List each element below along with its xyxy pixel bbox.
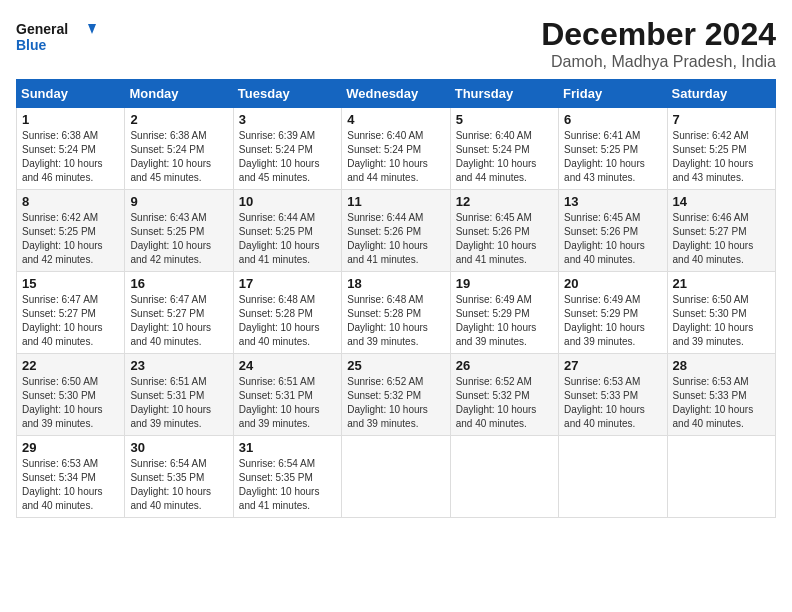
day-detail: Sunrise: 6:38 AMSunset: 5:24 PMDaylight:…: [22, 129, 119, 185]
table-row: 28Sunrise: 6:53 AMSunset: 5:33 PMDayligh…: [667, 354, 775, 436]
table-row: 8Sunrise: 6:42 AMSunset: 5:25 PMDaylight…: [17, 190, 125, 272]
table-row: 5Sunrise: 6:40 AMSunset: 5:24 PMDaylight…: [450, 108, 558, 190]
day-detail: Sunrise: 6:44 AMSunset: 5:26 PMDaylight:…: [347, 211, 444, 267]
calendar-row-5: 29Sunrise: 6:53 AMSunset: 5:34 PMDayligh…: [17, 436, 776, 518]
day-detail: Sunrise: 6:48 AMSunset: 5:28 PMDaylight:…: [239, 293, 336, 349]
table-row: 6Sunrise: 6:41 AMSunset: 5:25 PMDaylight…: [559, 108, 667, 190]
day-number: 27: [564, 358, 661, 373]
day-number: 16: [130, 276, 227, 291]
day-number: 30: [130, 440, 227, 455]
day-detail: Sunrise: 6:53 AMSunset: 5:33 PMDaylight:…: [673, 375, 770, 431]
day-number: 6: [564, 112, 661, 127]
col-wednesday: Wednesday: [342, 80, 450, 108]
day-number: 29: [22, 440, 119, 455]
day-detail: Sunrise: 6:39 AMSunset: 5:24 PMDaylight:…: [239, 129, 336, 185]
svg-text:Blue: Blue: [16, 37, 47, 53]
day-detail: Sunrise: 6:50 AMSunset: 5:30 PMDaylight:…: [673, 293, 770, 349]
day-number: 7: [673, 112, 770, 127]
table-row: 29Sunrise: 6:53 AMSunset: 5:34 PMDayligh…: [17, 436, 125, 518]
table-row: 31Sunrise: 6:54 AMSunset: 5:35 PMDayligh…: [233, 436, 341, 518]
table-row: 27Sunrise: 6:53 AMSunset: 5:33 PMDayligh…: [559, 354, 667, 436]
col-thursday: Thursday: [450, 80, 558, 108]
day-number: 8: [22, 194, 119, 209]
day-detail: Sunrise: 6:45 AMSunset: 5:26 PMDaylight:…: [456, 211, 553, 267]
table-row: 1Sunrise: 6:38 AMSunset: 5:24 PMDaylight…: [17, 108, 125, 190]
col-monday: Monday: [125, 80, 233, 108]
calendar-table: Sunday Monday Tuesday Wednesday Thursday…: [16, 79, 776, 518]
day-number: 22: [22, 358, 119, 373]
day-number: 11: [347, 194, 444, 209]
day-number: 2: [130, 112, 227, 127]
day-detail: Sunrise: 6:43 AMSunset: 5:25 PMDaylight:…: [130, 211, 227, 267]
table-row: 14Sunrise: 6:46 AMSunset: 5:27 PMDayligh…: [667, 190, 775, 272]
day-number: 26: [456, 358, 553, 373]
table-row: 4Sunrise: 6:40 AMSunset: 5:24 PMDaylight…: [342, 108, 450, 190]
day-number: 28: [673, 358, 770, 373]
calendar-row-4: 22Sunrise: 6:50 AMSunset: 5:30 PMDayligh…: [17, 354, 776, 436]
day-number: 19: [456, 276, 553, 291]
table-row: 21Sunrise: 6:50 AMSunset: 5:30 PMDayligh…: [667, 272, 775, 354]
calendar-row-1: 1Sunrise: 6:38 AMSunset: 5:24 PMDaylight…: [17, 108, 776, 190]
table-row: 25Sunrise: 6:52 AMSunset: 5:32 PMDayligh…: [342, 354, 450, 436]
day-number: 3: [239, 112, 336, 127]
calendar-row-2: 8Sunrise: 6:42 AMSunset: 5:25 PMDaylight…: [17, 190, 776, 272]
day-number: 24: [239, 358, 336, 373]
day-number: 20: [564, 276, 661, 291]
day-number: 15: [22, 276, 119, 291]
day-detail: Sunrise: 6:46 AMSunset: 5:27 PMDaylight:…: [673, 211, 770, 267]
day-detail: Sunrise: 6:49 AMSunset: 5:29 PMDaylight:…: [456, 293, 553, 349]
day-number: 4: [347, 112, 444, 127]
day-number: 17: [239, 276, 336, 291]
table-row: 26Sunrise: 6:52 AMSunset: 5:32 PMDayligh…: [450, 354, 558, 436]
table-row: [342, 436, 450, 518]
col-sunday: Sunday: [17, 80, 125, 108]
page-header: General Blue December 2024 Damoh, Madhya…: [16, 16, 776, 71]
day-detail: Sunrise: 6:52 AMSunset: 5:32 PMDaylight:…: [347, 375, 444, 431]
day-detail: Sunrise: 6:38 AMSunset: 5:24 PMDaylight:…: [130, 129, 227, 185]
day-number: 12: [456, 194, 553, 209]
logo: General Blue: [16, 16, 96, 56]
table-row: 30Sunrise: 6:54 AMSunset: 5:35 PMDayligh…: [125, 436, 233, 518]
table-row: 10Sunrise: 6:44 AMSunset: 5:25 PMDayligh…: [233, 190, 341, 272]
day-detail: Sunrise: 6:51 AMSunset: 5:31 PMDaylight:…: [130, 375, 227, 431]
day-detail: Sunrise: 6:41 AMSunset: 5:25 PMDaylight:…: [564, 129, 661, 185]
day-detail: Sunrise: 6:49 AMSunset: 5:29 PMDaylight:…: [564, 293, 661, 349]
day-number: 14: [673, 194, 770, 209]
table-row: 22Sunrise: 6:50 AMSunset: 5:30 PMDayligh…: [17, 354, 125, 436]
table-row: 7Sunrise: 6:42 AMSunset: 5:25 PMDaylight…: [667, 108, 775, 190]
table-row: 12Sunrise: 6:45 AMSunset: 5:26 PMDayligh…: [450, 190, 558, 272]
table-row: 16Sunrise: 6:47 AMSunset: 5:27 PMDayligh…: [125, 272, 233, 354]
table-row: 9Sunrise: 6:43 AMSunset: 5:25 PMDaylight…: [125, 190, 233, 272]
day-detail: Sunrise: 6:42 AMSunset: 5:25 PMDaylight:…: [673, 129, 770, 185]
day-detail: Sunrise: 6:44 AMSunset: 5:25 PMDaylight:…: [239, 211, 336, 267]
day-number: 25: [347, 358, 444, 373]
day-detail: Sunrise: 6:54 AMSunset: 5:35 PMDaylight:…: [130, 457, 227, 513]
day-detail: Sunrise: 6:47 AMSunset: 5:27 PMDaylight:…: [22, 293, 119, 349]
day-detail: Sunrise: 6:51 AMSunset: 5:31 PMDaylight:…: [239, 375, 336, 431]
logo-icon: General Blue: [16, 16, 96, 56]
day-number: 1: [22, 112, 119, 127]
table-row: 19Sunrise: 6:49 AMSunset: 5:29 PMDayligh…: [450, 272, 558, 354]
title-section: December 2024 Damoh, Madhya Pradesh, Ind…: [541, 16, 776, 71]
day-detail: Sunrise: 6:53 AMSunset: 5:33 PMDaylight:…: [564, 375, 661, 431]
day-number: 21: [673, 276, 770, 291]
day-number: 5: [456, 112, 553, 127]
table-row: [559, 436, 667, 518]
table-row: [667, 436, 775, 518]
table-row: 18Sunrise: 6:48 AMSunset: 5:28 PMDayligh…: [342, 272, 450, 354]
col-saturday: Saturday: [667, 80, 775, 108]
table-row: [450, 436, 558, 518]
table-row: 23Sunrise: 6:51 AMSunset: 5:31 PMDayligh…: [125, 354, 233, 436]
day-detail: Sunrise: 6:42 AMSunset: 5:25 PMDaylight:…: [22, 211, 119, 267]
day-detail: Sunrise: 6:47 AMSunset: 5:27 PMDaylight:…: [130, 293, 227, 349]
day-number: 18: [347, 276, 444, 291]
day-number: 10: [239, 194, 336, 209]
svg-marker-2: [88, 24, 96, 34]
page-title: December 2024: [541, 16, 776, 53]
table-row: 20Sunrise: 6:49 AMSunset: 5:29 PMDayligh…: [559, 272, 667, 354]
day-detail: Sunrise: 6:45 AMSunset: 5:26 PMDaylight:…: [564, 211, 661, 267]
day-number: 13: [564, 194, 661, 209]
day-detail: Sunrise: 6:48 AMSunset: 5:28 PMDaylight:…: [347, 293, 444, 349]
day-detail: Sunrise: 6:54 AMSunset: 5:35 PMDaylight:…: [239, 457, 336, 513]
day-detail: Sunrise: 6:40 AMSunset: 5:24 PMDaylight:…: [347, 129, 444, 185]
